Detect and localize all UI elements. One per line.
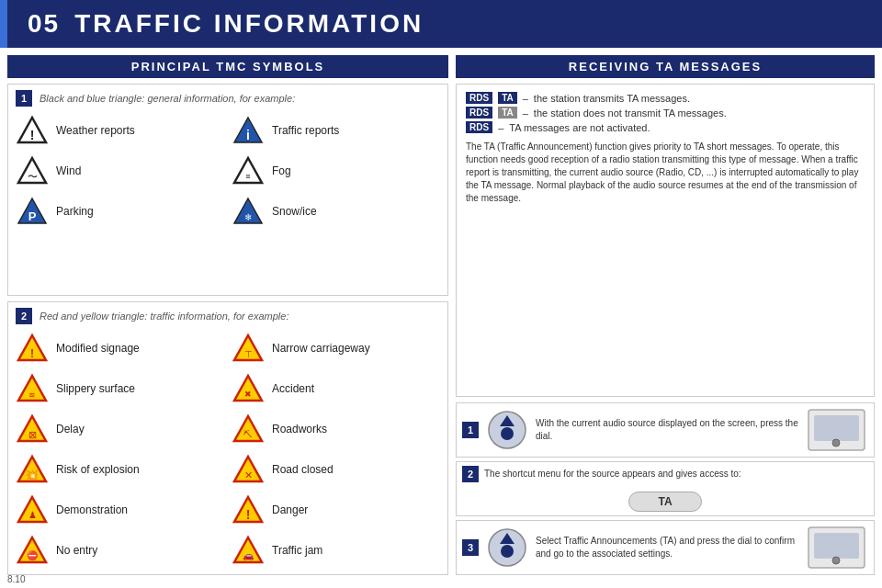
svg-point-38 <box>501 427 514 440</box>
parking-icon: P <box>16 195 49 228</box>
wind-label: Wind <box>56 164 81 177</box>
svg-text:✖: ✖ <box>244 390 252 399</box>
rds-badge-3: RDS <box>466 121 492 133</box>
svg-text:❄: ❄ <box>244 212 252 222</box>
list-item: ⊤ Narrow carriageway <box>232 330 440 367</box>
box2-number: 2 <box>16 308 32 324</box>
delay-label: Delay <box>56 423 85 435</box>
rds-badge-2: RDS <box>466 107 492 119</box>
step-row-1: 1 With the current audio source displaye… <box>456 402 875 458</box>
svg-text:🚗: 🚗 <box>243 549 254 561</box>
list-item: ≡ Fog <box>232 153 440 189</box>
rds-table: RDS TA – the station transmits TA messag… <box>466 92 865 133</box>
page-header: 05 TRAFFIC INFORMATION <box>0 0 882 48</box>
svg-text:P: P <box>28 209 37 223</box>
list-item: ♟ Demonstration <box>16 492 224 528</box>
rds-row-1: RDS TA – the station transmits TA messag… <box>466 92 865 104</box>
demonstration-icon: ♟ <box>16 493 49 526</box>
no-entry-icon: ⛔ <box>16 534 49 567</box>
slippery-surface-label: Slippery surface <box>56 382 135 395</box>
box1-desc: Black and blue triangle: general informa… <box>40 93 295 104</box>
modified-signage-label: Modified signage <box>56 342 140 355</box>
svg-rect-40 <box>814 415 859 441</box>
svg-text:💥: 💥 <box>26 469 39 481</box>
symbol-box-1: 1 Black and blue triangle: general infor… <box>7 84 448 296</box>
step-1-device <box>804 407 868 453</box>
fog-label: Fog <box>272 164 291 177</box>
risk-explosion-icon: 💥 <box>16 453 49 486</box>
list-item: ⛔ No entry <box>16 532 224 569</box>
chapter-number: 05 <box>28 9 60 39</box>
list-item: ! Weather reports <box>16 112 224 149</box>
page-title: TRAFFIC INFORMATION <box>74 9 424 39</box>
svg-text:〜: 〜 <box>28 171 38 182</box>
right-section-header: RECEIVING TA MESSAGES <box>456 55 875 78</box>
ta-select-button[interactable]: TA <box>628 492 702 512</box>
delay-icon: ⊠ <box>16 413 49 446</box>
list-item: ✖ Accident <box>232 370 440 407</box>
wind-icon: 〜 <box>16 154 49 187</box>
danger-icon: ! <box>232 493 265 526</box>
traffic-jam-label: Traffic jam <box>272 544 322 557</box>
rds-row-2: RDS TA – the station does not transmit T… <box>466 107 865 119</box>
svg-text:⊤: ⊤ <box>244 349 253 359</box>
step-2-number: 2 <box>462 466 479 482</box>
rds-badge-1: RDS <box>466 92 492 104</box>
box2-grid: ! Modified signage ⊤ Narrow carriageway <box>16 330 440 569</box>
list-item: ✕ Road closed <box>232 451 440 488</box>
svg-point-44 <box>501 545 514 558</box>
accident-icon: ✖ <box>232 372 265 405</box>
symbol-box-2: 2 Red and yellow triangle: traffic infor… <box>7 301 448 575</box>
box2-desc: Red and yellow triangle: traffic informa… <box>40 311 288 322</box>
svg-text:✕: ✕ <box>244 469 253 481</box>
road-closed-label: Road closed <box>272 463 334 476</box>
step-row-3: 3 Select Traffic Announcements (TA) and … <box>456 520 875 575</box>
ta-description: The TA (Traffic Announcement) function g… <box>466 141 865 205</box>
page-number: 8.10 <box>7 574 25 584</box>
page-footer: 8.10 <box>7 574 25 584</box>
snow-ice-label: Snow/ice <box>272 205 317 218</box>
list-item: ≋ Slippery surface <box>16 370 224 407</box>
traffic-reports-label: Traffic reports <box>272 124 339 137</box>
step-1-number: 1 <box>462 422 479 438</box>
svg-text:!: ! <box>30 347 34 360</box>
parking-label: Parking <box>56 205 94 218</box>
list-item: 🚗 Traffic jam <box>232 532 440 569</box>
snow-ice-icon: ❄ <box>232 195 265 228</box>
list-item: ! Modified signage <box>16 330 224 367</box>
list-item: ❄ Snow/ice <box>232 193 440 230</box>
svg-text:!: ! <box>30 128 35 142</box>
step-2-desc: The shortcut menu for the source appears… <box>484 468 868 481</box>
list-item: ! Danger <box>232 492 440 528</box>
svg-text:♟: ♟ <box>28 510 37 520</box>
list-item: 💥 Risk of explosion <box>16 451 224 488</box>
step-1-dial-icon <box>484 407 530 453</box>
accident-label: Accident <box>272 382 314 395</box>
no-entry-label: No entry <box>56 544 97 557</box>
list-item: P Parking <box>16 193 224 230</box>
rds-dash-3: – <box>498 122 503 133</box>
svg-text:≋: ≋ <box>28 390 36 400</box>
svg-text:⛏: ⛏ <box>243 429 253 439</box>
box1-label: 1 Black and blue triangle: general infor… <box>16 90 440 107</box>
rds-text-1: the station transmits TA messages. <box>534 93 690 104</box>
roadworks-label: Roadworks <box>272 423 327 435</box>
svg-point-41 <box>832 439 840 447</box>
steps-area: 1 With the current audio source displaye… <box>456 402 875 575</box>
list-item: 〜 Wind <box>16 153 224 189</box>
svg-text:i: i <box>246 128 250 142</box>
traffic-jam-icon: 🚗 <box>232 534 265 567</box>
rds-dash-1: – <box>523 93 528 104</box>
slippery-surface-icon: ≋ <box>16 372 49 405</box>
risk-explosion-label: Risk of explosion <box>56 463 140 476</box>
road-closed-icon: ✕ <box>232 453 265 486</box>
svg-point-47 <box>832 557 840 564</box>
narrow-carriageway-icon: ⊤ <box>232 332 265 365</box>
step-3-number: 3 <box>462 539 479 556</box>
svg-text:!: ! <box>246 507 251 522</box>
demonstration-label: Demonstration <box>56 503 128 516</box>
box2-label: 2 Red and yellow triangle: traffic infor… <box>16 308 440 324</box>
rds-text-2: the station does not transmit TA message… <box>534 107 727 119</box>
step-1-text: With the current audio source displayed … <box>536 417 798 443</box>
ta-badge-1: TA <box>498 92 517 104</box>
